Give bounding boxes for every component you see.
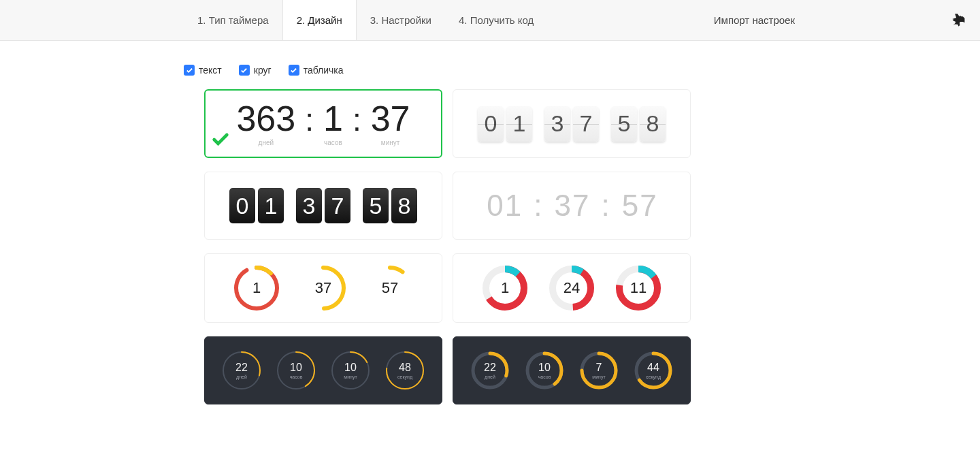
digit: 1 bbox=[506, 106, 532, 142]
digit: 5 bbox=[622, 189, 638, 223]
circle-value: 24 bbox=[564, 279, 580, 297]
digit: 7 bbox=[572, 189, 589, 223]
circle-value: 1 bbox=[252, 279, 261, 297]
checkbox-icon bbox=[239, 65, 250, 76]
tab-design[interactable]: 2. Дизайн bbox=[282, 0, 357, 40]
dark-circle-unit: 10часов bbox=[275, 349, 317, 392]
digit: 1 bbox=[258, 188, 284, 223]
text-timer: 363дней : 1часов : 37минут bbox=[236, 101, 410, 146]
style-flip-dark-card[interactable]: 01 37 58 bbox=[204, 172, 442, 240]
digit: 5 bbox=[611, 106, 637, 142]
tab-get-code[interactable]: 4. Получить код bbox=[445, 0, 547, 40]
pin-icon[interactable] bbox=[951, 0, 966, 40]
circle-unit: 11 bbox=[615, 264, 662, 312]
digit: 5 bbox=[363, 188, 389, 223]
digit: 7 bbox=[325, 188, 350, 223]
value: 10 bbox=[290, 362, 302, 374]
circle-unit: 1 bbox=[233, 264, 280, 312]
dark-circle-unit: 7минут bbox=[578, 349, 620, 392]
circle-unit: 24 bbox=[548, 264, 595, 312]
digit: 7 bbox=[573, 106, 599, 142]
filter-label: табличка bbox=[304, 65, 344, 76]
digit: 0 bbox=[229, 188, 255, 223]
mins-label: минут bbox=[381, 139, 400, 146]
digit: 3 bbox=[296, 188, 322, 223]
flip-timer: 01 37 58 bbox=[478, 106, 666, 142]
circle-unit: 57 bbox=[366, 264, 414, 312]
digit: 7 bbox=[640, 189, 656, 223]
dark-circle-unit: 48секунд bbox=[384, 349, 426, 392]
circle-unit: 1 bbox=[481, 264, 529, 312]
style-light-text-card[interactable]: 01 : 37 : 57 bbox=[453, 172, 691, 240]
filter-text[interactable]: текст bbox=[184, 65, 222, 76]
circle-value: 57 bbox=[382, 279, 398, 297]
circle-value: 11 bbox=[630, 279, 647, 297]
digit: 8 bbox=[391, 188, 417, 223]
value: 10 bbox=[538, 362, 551, 374]
hours-label: часов bbox=[324, 139, 342, 146]
filter-label: круг bbox=[254, 65, 272, 76]
style-circles-b-card[interactable]: 1 24 11 bbox=[453, 253, 691, 323]
days-value: 363 bbox=[236, 101, 295, 136]
dark-circles-timer: 22дней 10часов 7минут 44секунд bbox=[469, 349, 674, 392]
label: секунд bbox=[646, 375, 661, 379]
dark-circle-unit: 44секунд bbox=[632, 349, 674, 392]
filters: текст круг табличка bbox=[0, 41, 980, 89]
dark-circles-timer: 22дней 10часов 10минут 48секунд bbox=[220, 349, 426, 392]
digit: 3 bbox=[555, 189, 571, 223]
label: часов bbox=[290, 375, 303, 379]
label: часов bbox=[538, 375, 551, 379]
label: дней bbox=[236, 375, 247, 379]
filter-label: текст bbox=[199, 65, 222, 76]
style-text-card[interactable]: 363дней : 1часов : 37минут bbox=[204, 89, 442, 158]
label: секунд bbox=[397, 375, 412, 379]
digit: 3 bbox=[544, 106, 570, 142]
label: минут bbox=[592, 375, 605, 379]
dark-circle-unit: 22дней bbox=[220, 349, 263, 392]
value: 44 bbox=[647, 362, 659, 374]
label: минут bbox=[344, 375, 357, 379]
import-settings-link[interactable]: Импорт настроек bbox=[714, 0, 951, 40]
flip-timer: 01 37 58 bbox=[229, 188, 417, 223]
light-text-timer: 01 : 37 : 57 bbox=[487, 189, 656, 223]
circle-unit: 37 bbox=[299, 264, 347, 312]
value: 48 bbox=[399, 362, 411, 374]
circle-value: 37 bbox=[315, 279, 331, 297]
digit: 8 bbox=[640, 106, 666, 142]
style-flip-light-card[interactable]: 01 37 58 bbox=[453, 89, 691, 158]
value: 22 bbox=[235, 362, 248, 374]
days-label: дней bbox=[259, 139, 274, 146]
style-grid: 363дней : 1часов : 37минут 01 37 58 01 3… bbox=[204, 89, 980, 404]
mins-value: 37 bbox=[371, 101, 410, 136]
value: 10 bbox=[344, 362, 357, 374]
label: дней bbox=[485, 375, 495, 379]
checkbox-icon bbox=[289, 65, 299, 76]
checkbox-icon bbox=[184, 65, 195, 76]
tab-bar: 1. Тип таймера 2. Дизайн 3. Настройки 4.… bbox=[184, 0, 547, 40]
dark-circle-unit: 10минут bbox=[329, 349, 372, 392]
circles-timer: 1 24 11 bbox=[481, 264, 662, 312]
hours-value: 1 bbox=[323, 101, 343, 136]
style-dark-b-card[interactable]: 22дней 10часов 7минут 44секунд bbox=[453, 336, 691, 404]
digit: 0 bbox=[487, 189, 503, 223]
check-icon bbox=[211, 130, 230, 154]
dark-circle-unit: 10часов bbox=[523, 349, 566, 392]
digit: 0 bbox=[478, 106, 504, 142]
digit: 1 bbox=[505, 189, 521, 223]
style-circles-a-card[interactable]: 1 37 57 bbox=[204, 253, 442, 323]
tab-settings[interactable]: 3. Настройки bbox=[357, 0, 445, 40]
style-dark-a-card[interactable]: 22дней 10часов 10минут 48секунд bbox=[204, 336, 442, 404]
filter-circle[interactable]: круг bbox=[239, 65, 272, 76]
dark-circle-unit: 22дней bbox=[469, 349, 511, 392]
value: 22 bbox=[484, 362, 496, 374]
value: 7 bbox=[596, 362, 602, 374]
filter-tablet[interactable]: табличка bbox=[289, 65, 344, 76]
circle-value: 1 bbox=[501, 279, 509, 297]
topbar: 1. Тип таймера 2. Дизайн 3. Настройки 4.… bbox=[0, 0, 980, 41]
tab-timer-type[interactable]: 1. Тип таймера bbox=[184, 0, 282, 40]
circles-timer: 1 37 57 bbox=[233, 264, 414, 312]
